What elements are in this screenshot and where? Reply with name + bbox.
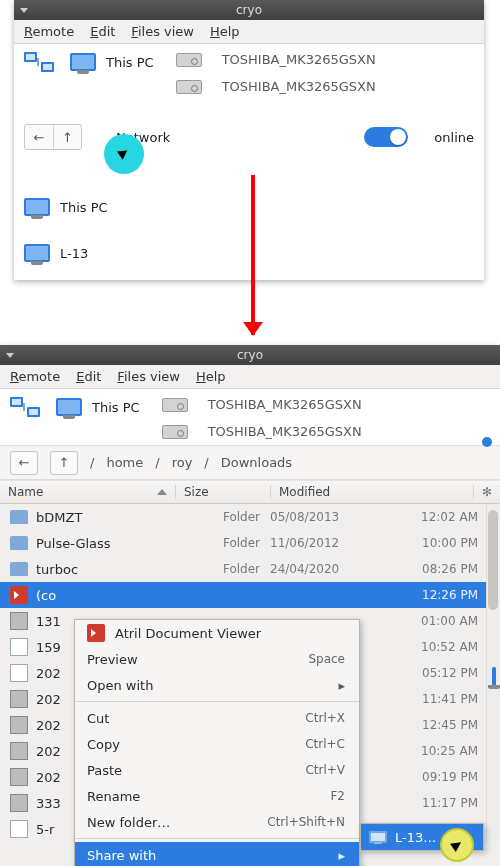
col-modified[interactable]: Modified	[270, 485, 473, 499]
window-top: cryo Remote Edit Files view Help This PC…	[14, 0, 484, 280]
ctx-open-with-label: Open with	[87, 678, 328, 693]
file-name: 159	[36, 640, 61, 655]
menu-remote[interactable]: Remote	[24, 24, 74, 39]
ctx-rename[interactable]: Rename F2	[75, 783, 359, 809]
share-target-label: L-13…	[395, 830, 436, 845]
breadcrumb-sep: /	[204, 455, 208, 470]
menubar: Remote Edit Files view Help	[0, 365, 500, 389]
cursor-highlight-icon	[104, 134, 144, 174]
local-this-pc[interactable]: This PC	[24, 198, 474, 216]
table-row[interactable]: Pulse-GlassFolder11/06/201210:00 PM	[0, 530, 500, 556]
network-icon	[10, 397, 40, 417]
table-row[interactable]: (co12:26 PM	[0, 582, 500, 608]
file-size: Folder	[175, 562, 270, 576]
nav-up-button[interactable]: ↑	[53, 125, 81, 149]
menu-remote[interactable]: Remote	[10, 369, 60, 384]
drive2-label: TOSHIBA_MK3265GSXN	[208, 424, 362, 439]
window-menu-caret-icon[interactable]	[20, 8, 28, 13]
table-row[interactable]: bDMZTFolder05/08/201312:02 AM	[0, 504, 500, 530]
scrollbar-thumb[interactable]	[488, 510, 498, 610]
nav-back-button[interactable]: ←	[10, 451, 38, 475]
ctx-paste-label: Paste	[87, 763, 295, 778]
remote-host-l13[interactable]: L-13	[24, 244, 474, 262]
location-this-pc[interactable]: This PC	[24, 52, 154, 72]
file-name: 5-r	[36, 822, 54, 837]
file-size: Folder	[175, 510, 270, 524]
thumb-icon	[10, 690, 28, 708]
ctx-preview[interactable]: Preview Space	[75, 646, 359, 672]
col-name[interactable]: Name	[0, 485, 175, 499]
online-switch[interactable]	[364, 127, 408, 147]
online-label: online	[434, 130, 474, 145]
this-pc-label: This PC	[106, 55, 154, 70]
drive2-label: TOSHIBA_MK3265GSXN	[222, 79, 376, 94]
folder-icon	[10, 562, 28, 576]
col-modified-label: Modified	[279, 485, 330, 499]
thumb-icon	[10, 716, 28, 734]
thumb-icon	[10, 768, 28, 786]
ctx-copy[interactable]: Copy Ctrl+C	[75, 731, 359, 757]
submenu-arrow-icon: ▸	[338, 848, 345, 863]
file-size: Folder	[175, 536, 270, 550]
hdd-icon	[176, 53, 202, 67]
menu-edit[interactable]: Edit	[90, 24, 115, 39]
menu-filesview[interactable]: Files view	[117, 369, 180, 384]
file-name: 202	[36, 744, 61, 759]
file-name: bDMZT	[36, 510, 82, 525]
nav-up-button[interactable]: ↑	[50, 451, 78, 475]
titlebar[interactable]: cryo	[14, 0, 484, 20]
atril-icon	[87, 624, 105, 642]
ctx-rename-accel: F2	[330, 789, 345, 803]
monitor-icon	[24, 198, 50, 216]
col-size-label: Size	[184, 485, 209, 499]
menu-edit[interactable]: Edit	[76, 369, 101, 384]
remote-monitor-icon	[492, 669, 496, 684]
ctx-share-with[interactable]: Share with ▸	[75, 842, 359, 866]
ctx-open-with[interactable]: Open with ▸	[75, 672, 359, 698]
drive-toshiba-2[interactable]: TOSHIBA_MK3265GSXN	[162, 424, 362, 439]
menu-help[interactable]: Help	[210, 24, 240, 39]
folder-icon	[10, 536, 28, 550]
file-name: 333	[36, 796, 61, 811]
doc-icon	[10, 638, 28, 656]
file-date: 11/06/2012	[270, 536, 339, 550]
ctx-cut-accel: Ctrl+X	[305, 711, 345, 725]
table-row[interactable]: turbocFolder24/04/202008:26 PM	[0, 556, 500, 582]
window-menu-caret-icon[interactable]	[6, 353, 14, 358]
titlebar[interactable]: cryo	[0, 345, 500, 365]
ctx-new-folder[interactable]: New folder… Ctrl+Shift+N	[75, 809, 359, 835]
this-pc-label: This PC	[92, 400, 140, 415]
ctx-copy-label: Copy	[87, 737, 295, 752]
location-this-pc[interactable]: This PC	[10, 397, 140, 417]
col-size[interactable]: Size	[175, 485, 270, 499]
ctx-preview-accel: Space	[308, 652, 345, 666]
nav-back-button[interactable]: ←	[25, 125, 53, 149]
menu-filesview[interactable]: Files view	[131, 24, 194, 39]
ctx-cut-label: Cut	[87, 711, 295, 726]
annotation-arrow-icon	[251, 175, 255, 335]
submenu-arrow-icon: ▸	[338, 678, 345, 693]
file-name: turboc	[36, 562, 78, 577]
hdd-icon	[162, 398, 188, 412]
drive-toshiba-1[interactable]: TOSHIBA_MK3265GSXN	[176, 52, 376, 67]
file-name: (co	[36, 588, 56, 603]
breadcrumb-roy[interactable]: roy	[172, 455, 193, 470]
hdd-icon	[176, 80, 202, 94]
folder-icon	[10, 510, 28, 524]
remote-host-label: L-13	[60, 246, 88, 261]
ctx-paste[interactable]: Paste Ctrl+V	[75, 757, 359, 783]
ctx-copy-accel: Ctrl+C	[305, 737, 345, 751]
breadcrumb-downloads[interactable]: Downloads	[221, 455, 292, 470]
drive-toshiba-2[interactable]: TOSHIBA_MK3265GSXN	[176, 79, 376, 94]
drive-toshiba-1[interactable]: TOSHIBA_MK3265GSXN	[162, 397, 362, 412]
cursor-click-highlight-icon	[440, 828, 474, 862]
ctx-cut[interactable]: Cut Ctrl+X	[75, 705, 359, 731]
ctx-share-with-label: Share with	[87, 848, 328, 863]
breadcrumb-home[interactable]: home	[106, 455, 143, 470]
file-name: Pulse-Glass	[36, 536, 111, 551]
col-settings[interactable]: ✻	[473, 485, 500, 499]
ctx-preview-label: Preview	[87, 652, 298, 667]
ctx-open-with-default[interactable]: Atril Document Viewer	[75, 620, 359, 646]
monitor-icon	[369, 831, 387, 843]
menu-help[interactable]: Help	[196, 369, 226, 384]
